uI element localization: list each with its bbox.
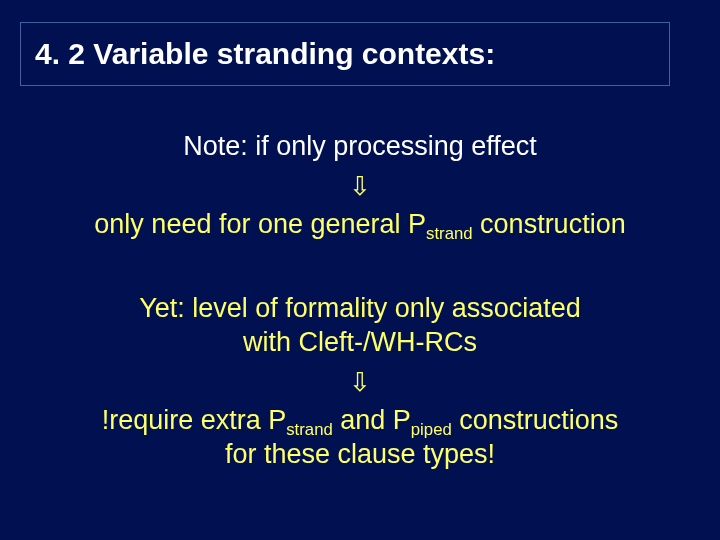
down-arrow-icon: ⇩	[0, 170, 720, 203]
title-box: 4. 2 Variable stranding contexts:	[20, 22, 670, 86]
need-post: construction	[473, 209, 626, 239]
yet-line-2: with Cleft-/WH-RCs	[0, 326, 720, 360]
need-pre: only need for one general P	[94, 209, 426, 239]
require-line-1: !require extra Pstrand and Ppiped constr…	[0, 404, 720, 438]
require-line-2: for these clause types!	[0, 438, 720, 472]
req-sub2: piped	[411, 420, 452, 439]
need-subscript: strand	[426, 225, 473, 244]
note-line: Note: if only processing effect	[0, 130, 720, 164]
slide-content: Note: if only processing effect ⇩ only n…	[0, 130, 720, 472]
slide: 4. 2 Variable stranding contexts: Note: …	[0, 0, 720, 540]
need-line: only need for one general Pstrand constr…	[0, 208, 720, 242]
req-pre: !require extra P	[102, 405, 287, 435]
req-sub1: strand	[286, 420, 333, 439]
down-arrow-icon: ⇩	[0, 366, 720, 399]
req-post: constructions	[452, 405, 619, 435]
req-mid: and P	[333, 405, 411, 435]
slide-title: 4. 2 Variable stranding contexts:	[35, 37, 655, 71]
yet-line-1: Yet: level of formality only associated	[0, 292, 720, 326]
